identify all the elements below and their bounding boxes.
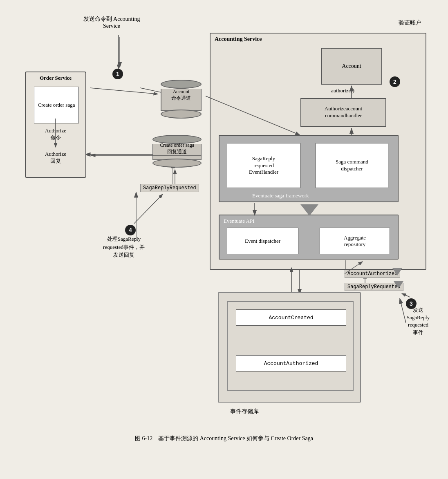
- saga-command-dispatcher-box: Saga commanddispatcher: [316, 143, 388, 188]
- verify-account-label: 验证账户: [399, 19, 421, 27]
- saga-reply-event-handler-label: SagaReplyrequestedEventHandler: [249, 155, 278, 176]
- create-order-saga-box: Create order saga: [34, 87, 79, 123]
- svg-line-27: [90, 88, 158, 94]
- account-label: Account: [342, 63, 361, 69]
- diagram-area: 发送命令到 Accounting Service Order Service C…: [9, 8, 439, 450]
- order-service-label: Order Service: [26, 75, 85, 81]
- authorize-reply-label: Authorize回复: [28, 151, 83, 165]
- account-authorized-box: AccountAuthorized: [236, 355, 346, 372]
- account-created-box: AccountCreated: [236, 309, 346, 326]
- accounting-service-outer: Accounting Service Account 2 验证账户 author…: [210, 33, 426, 270]
- order-service-box: Order Service Create order saga Authoriz…: [25, 72, 86, 178]
- aggregate-repository-box: Aggregaterepository: [320, 228, 390, 254]
- account-command-cylinder: Account命令通道: [161, 80, 202, 119]
- event-store-label: 事件存储库: [230, 408, 259, 415]
- svg-line-23: [134, 194, 163, 224]
- eventuate-api-box: Eventuate API Event dispatcher Aggregate…: [219, 215, 399, 260]
- aggregate-repository-label: Aggregaterepository: [344, 235, 366, 248]
- figure-caption: 图 6-12 基于事件溯源的 Accounting Service 如何参与 C…: [9, 435, 439, 442]
- reply-channel-cylinder: Create order saga回复通道: [152, 135, 202, 168]
- eventuate-api-label: Eventuate API: [224, 218, 254, 224]
- reply-channel-label: Create order saga回复通道: [152, 142, 202, 155]
- account-authorized-badge: AccountAuthorized: [345, 270, 400, 278]
- event-store-outer: AccountCreated .... AccountAuthorized: [218, 292, 361, 403]
- step3-text: 发送SagaReplyrequested事件: [394, 307, 443, 336]
- step-1-circle: 1: [112, 69, 123, 79]
- account-command-channel-label: Account命令通道: [161, 89, 202, 102]
- account-box: Account: [321, 48, 382, 85]
- saga-reply-arrow: [394, 281, 403, 289]
- step-4-circle: 4: [125, 225, 136, 235]
- accounting-service-label: Accounting Service: [215, 36, 262, 43]
- saga-command-dispatcher-label: Saga commanddispatcher: [336, 159, 368, 172]
- account-authorized-label: AccountAuthorized: [264, 360, 318, 367]
- account-created-label: AccountCreated: [269, 315, 313, 321]
- saga-reply-requested-badge-left: SagaReplyRequested: [140, 184, 199, 192]
- step4-text: 处理SagaReplyrequested事件，并发送回复: [87, 235, 161, 259]
- step-2-circle: 2: [390, 76, 400, 87]
- page: 发送命令到 Accounting Service Order Service C…: [0, 0, 448, 479]
- svg-line-28: [402, 293, 410, 297]
- authorizeaccount-commandhandler-box: Authorizeaccountcommandhandler: [300, 98, 386, 127]
- event-store-inner: AccountCreated .... AccountAuthorized: [227, 301, 354, 391]
- create-order-saga-label: Create order saga: [38, 102, 75, 109]
- saga-reply-event-handler-box: SagaReplyrequestedEventHandler: [227, 143, 300, 188]
- account-authorized-arrow: [392, 268, 402, 275]
- authorizeaccount-commandhandler-label: Authorizeaccountcommandhandler: [325, 105, 362, 119]
- event-dispatcher-label: Event dispatcher: [245, 238, 280, 244]
- eventuate-saga-framework-box: Eventuate saga framework SagaReplyreques…: [219, 135, 399, 202]
- eventuate-saga-framework-label: Eventuate saga framework: [252, 192, 309, 199]
- event-dispatcher-box: Event dispatcher: [227, 228, 298, 254]
- authorize-method-label: authorize(): [331, 87, 354, 94]
- authorize-command-label: Authorize命令: [28, 128, 83, 141]
- top-annotation: 发送命令到 Accounting Service: [79, 16, 144, 29]
